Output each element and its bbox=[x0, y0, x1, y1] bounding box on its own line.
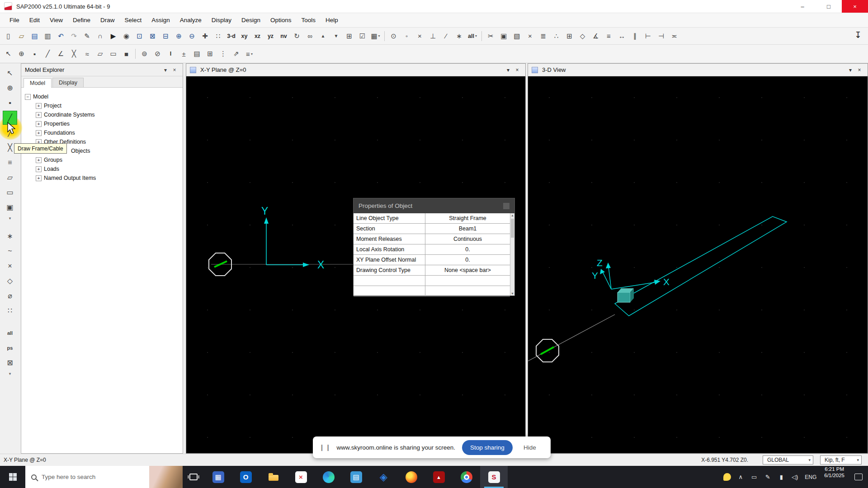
tree-expand-box[interactable]: + bbox=[36, 121, 42, 127]
menu-edit[interactable]: Edit bbox=[24, 17, 45, 23]
save-model-icon[interactable]: ▤ bbox=[28, 29, 41, 43]
trim-icon[interactable]: ⊢ bbox=[642, 29, 655, 43]
menu-file[interactable]: File bbox=[5, 17, 24, 23]
taskbar-app-chrome[interactable] bbox=[453, 466, 480, 488]
property-value[interactable] bbox=[425, 276, 510, 286]
tray-battery-icon[interactable]: ▮ bbox=[774, 474, 788, 480]
draw-more-caret-icon[interactable]: ▾ bbox=[3, 215, 17, 221]
tray-bubble-icon[interactable] bbox=[720, 473, 734, 481]
perspective-toggle-icon[interactable]: ∞ bbox=[303, 29, 316, 43]
stop-sharing-button[interactable]: Stop sharing bbox=[462, 440, 513, 455]
tree-expand-box[interactable]: − bbox=[25, 94, 31, 100]
quick-draw-area-icon[interactable]: ▣ bbox=[3, 200, 17, 214]
secondary-beams-tool-icon[interactable]: ≈ bbox=[80, 47, 94, 61]
menu-define[interactable]: Define bbox=[68, 17, 95, 23]
taskbar-app-outlook[interactable]: O bbox=[232, 466, 259, 488]
taskbar-app-red[interactable]: × bbox=[287, 466, 315, 488]
quick-area-tool-icon[interactable]: ■ bbox=[120, 47, 133, 61]
threed-canvas[interactable]: Z Y X bbox=[528, 76, 868, 453]
braces-tool-icon[interactable]: ╳ bbox=[67, 47, 80, 61]
view-3d-button[interactable]: 3-d bbox=[225, 29, 238, 43]
select-all-tool[interactable]: all bbox=[3, 326, 17, 340]
snap-joints-icon[interactable]: ⊙ bbox=[387, 29, 400, 43]
start-button[interactable] bbox=[0, 466, 25, 488]
taskbar-app-teal[interactable]: ▤ bbox=[342, 466, 370, 488]
print-icon[interactable]: ▥ bbox=[41, 29, 54, 43]
menu-assign[interactable]: Assign bbox=[146, 17, 175, 23]
tree-expand-box[interactable]: + bbox=[36, 175, 42, 181]
previous-zoom-icon[interactable]: ⊟ bbox=[159, 29, 172, 43]
snap-fine-grid-icon[interactable]: ∗ bbox=[453, 29, 466, 43]
run-animation-icon[interactable]: ◉ bbox=[120, 29, 133, 43]
stretch-icon[interactable]: ↔ bbox=[615, 29, 628, 43]
move-up-icon[interactable]: ▲ bbox=[316, 29, 330, 43]
select-pointer-icon[interactable]: ↖ bbox=[3, 66, 17, 80]
task-view-button[interactable] bbox=[183, 466, 204, 488]
pan-icon[interactable]: ✚ bbox=[198, 29, 212, 43]
taskbar-app-blue[interactable]: ▦ bbox=[204, 466, 232, 488]
align-icon[interactable]: ≡ bbox=[602, 29, 615, 43]
list-tool-icon[interactable]: ⋮ bbox=[217, 47, 230, 61]
quick-draw-secondary-beams-icon[interactable]: ≡ bbox=[3, 155, 17, 169]
tray-chevron-up-icon[interactable]: ∧ bbox=[734, 474, 747, 480]
property-row[interactable] bbox=[354, 276, 510, 286]
chevron-down-icon[interactable]: ▾ bbox=[161, 67, 170, 73]
rotate-view-icon[interactable]: ↻ bbox=[290, 29, 303, 43]
edit-grid-icon[interactable]: ⊞ bbox=[563, 29, 576, 43]
coordinate-system-select[interactable]: GLOBAL ▾ bbox=[763, 455, 813, 465]
close-icon[interactable]: × bbox=[170, 67, 179, 73]
menu-analyze[interactable]: Analyze bbox=[175, 17, 207, 23]
close-icon[interactable]: × bbox=[855, 67, 864, 73]
extrude-tool-icon[interactable]: ⇗ bbox=[230, 47, 243, 61]
new-model-icon[interactable]: ▯ bbox=[2, 29, 15, 43]
delete-icon[interactable]: × bbox=[524, 29, 537, 43]
properties-scrollbar[interactable]: ▲ ▼ bbox=[510, 213, 514, 296]
properties-panel-title-bar[interactable]: Properties of Object bbox=[354, 198, 514, 213]
property-row[interactable]: Drawing Control Type None <space bar> bbox=[354, 265, 510, 276]
zoom-out-icon[interactable]: ⊖ bbox=[185, 29, 198, 43]
property-row[interactable]: Section Beam1 bbox=[354, 224, 510, 234]
zoom-in-icon[interactable]: ⊕ bbox=[172, 29, 185, 43]
pointer-tool-icon[interactable]: ↖ bbox=[2, 47, 15, 61]
snap-intersections-icon[interactable]: × bbox=[413, 29, 426, 43]
snap-midpoints-icon[interactable]: ◦ bbox=[400, 29, 413, 43]
property-row[interactable]: XY Plane Offset Normal 0. bbox=[354, 255, 510, 265]
taskbar-app-acrobat[interactable]: ▲ bbox=[425, 466, 453, 488]
menu-select[interactable]: Select bbox=[120, 17, 147, 23]
grid-tool-icon[interactable]: ⊞ bbox=[203, 47, 217, 61]
property-row[interactable]: Local Axis Rotation 0. bbox=[354, 244, 510, 255]
taskbar-app-firefox[interactable] bbox=[397, 466, 425, 488]
chevron-down-icon[interactable]: ▾ bbox=[846, 67, 855, 73]
select-reshape-icon[interactable]: ⊕ bbox=[3, 81, 17, 95]
open-model-icon[interactable]: ▱ bbox=[15, 29, 28, 43]
draw-poly-area-icon[interactable]: ▱ bbox=[3, 170, 17, 184]
separator[interactable] bbox=[481, 31, 482, 41]
taskbar-app-file-explorer[interactable] bbox=[259, 466, 287, 488]
snap-mid-tool-icon[interactable]: ⊘ bbox=[151, 47, 164, 61]
frame-section-tool-icon[interactable]: I bbox=[164, 47, 177, 61]
tray-volume-icon[interactable]: ◁) bbox=[788, 474, 802, 480]
fine-grid-tool-icon[interactable]: ∷ bbox=[3, 304, 17, 318]
property-value[interactable]: Continuous bbox=[425, 234, 510, 244]
scroll-down-icon[interactable]: ▼ bbox=[510, 292, 514, 295]
hide-button[interactable]: Hide bbox=[524, 444, 536, 451]
download-icon[interactable]: ↧ bbox=[854, 30, 862, 40]
property-value[interactable]: None <space bar> bbox=[425, 265, 510, 275]
tree-expand-box[interactable]: + bbox=[36, 103, 42, 109]
draw-joint-tool-icon[interactable]: ▪ bbox=[28, 47, 41, 61]
display-options-icon[interactable]: ▦ bbox=[369, 29, 382, 43]
draw-frame-tool-icon[interactable]: ╱ bbox=[41, 47, 54, 61]
action-center-button[interactable] bbox=[849, 466, 868, 488]
pause-icon[interactable]: ❙❙ bbox=[319, 444, 331, 451]
cut-icon[interactable]: ✂ bbox=[484, 29, 497, 43]
property-value[interactable]: Straight Frame bbox=[425, 213, 510, 223]
separator[interactable] bbox=[384, 31, 385, 41]
property-value[interactable]: 0. bbox=[425, 255, 510, 265]
measure-tool-icon[interactable]: ⌀ bbox=[3, 289, 17, 303]
menu-draw[interactable]: Draw bbox=[95, 17, 120, 23]
lock-model-icon[interactable]: ∩ bbox=[94, 29, 107, 43]
snap-lines-icon[interactable]: ∕ bbox=[439, 29, 453, 43]
elevation-tool-icon[interactable]: ± bbox=[177, 47, 190, 61]
tab-model[interactable]: Model bbox=[24, 78, 52, 88]
tree-item-named-output-items[interactable]: + Named Output Items bbox=[36, 174, 183, 183]
